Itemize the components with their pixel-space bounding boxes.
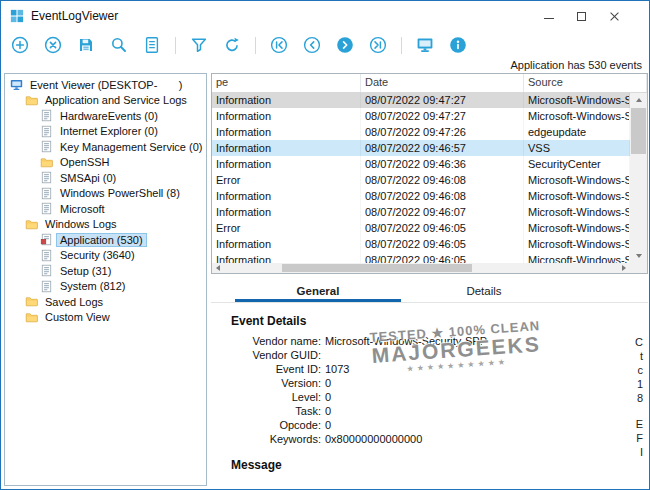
cell-source: Microsoft-Windows-Sec — [524, 252, 630, 263]
event-row[interactable]: Information08/07/2022 09:46:07Microsoft-… — [212, 204, 630, 220]
close-button[interactable] — [598, 1, 631, 31]
detail-field: Keywords:0x80000000000000 — [231, 432, 648, 446]
folder-icon — [40, 156, 53, 169]
event-row[interactable]: Information08/07/2022 09:47:26edgeupdate — [212, 124, 630, 140]
tree-item[interactable]: Microsoft — [5, 201, 206, 217]
log-icon — [40, 125, 53, 138]
add-icon[interactable] — [10, 35, 30, 55]
detail-field-label: Version: — [231, 376, 321, 390]
cell-date: 08/07/2022 09:47:27 — [361, 108, 524, 124]
scroll-left-icon[interactable] — [212, 263, 224, 273]
save-icon[interactable] — [76, 35, 96, 55]
event-row[interactable]: Information08/07/2022 09:46:05Microsoft-… — [212, 252, 630, 263]
search-icon[interactable] — [109, 35, 129, 55]
detail-field-label: Vendor GUID: — [231, 348, 321, 362]
status-text: Application has 530 events — [511, 59, 642, 71]
detail-field: Vendor GUID: — [231, 348, 648, 362]
event-row[interactable]: Information08/07/2022 09:46:57VSS — [212, 140, 630, 156]
scroll-down-icon[interactable] — [630, 248, 647, 263]
tab-details[interactable]: Details — [401, 282, 567, 302]
toolbar-separator — [401, 37, 402, 54]
tree-item[interactable]: Security (3640) — [5, 248, 206, 264]
clear-icon[interactable] — [43, 35, 63, 55]
vertical-scrollbar[interactable] — [630, 92, 647, 263]
tree-item-label: System (812) — [57, 280, 128, 292]
detail-field-value: 0 — [325, 376, 331, 390]
tree-item[interactable]: System (812) — [5, 279, 206, 295]
detail-field: Version:0 — [231, 376, 648, 390]
tree-item-label: OpenSSH — [57, 156, 113, 168]
first-icon[interactable] — [269, 35, 289, 55]
minimize-button[interactable] — [532, 1, 565, 31]
detail-field-label: Keywords: — [231, 432, 321, 446]
last-icon[interactable] — [368, 35, 388, 55]
tree-item[interactable]: Saved Logs — [5, 294, 206, 310]
monitor-icon[interactable] — [415, 35, 435, 55]
cell-type: Error — [212, 220, 361, 236]
tree-item-label: Windows Logs — [42, 218, 120, 230]
clipped-text: 8 — [637, 392, 643, 404]
cell-date: 08/07/2022 09:46:08 — [361, 172, 524, 188]
event-row[interactable]: Error08/07/2022 09:46:08Microsoft-Window… — [212, 172, 630, 188]
cell-date: 08/07/2022 09:46:57 — [361, 140, 524, 156]
tree-item[interactable]: Event Viewer (DESKTOP- ) — [5, 77, 206, 93]
window-controls — [532, 1, 631, 31]
filter-icon[interactable] — [189, 35, 209, 55]
event-row[interactable]: Information08/07/2022 09:47:27Microsoft-… — [212, 108, 630, 124]
message-heading: Message — [231, 458, 648, 472]
event-details-heading: Event Details — [231, 314, 648, 328]
column-header[interactable]: Source — [524, 74, 647, 92]
cell-date: 08/07/2022 09:46:08 — [361, 188, 524, 204]
tree-item[interactable]: Setup (31) — [5, 263, 206, 279]
scroll-right-icon[interactable] — [618, 263, 630, 273]
cell-type: Information — [212, 108, 361, 124]
vertical-scroll-thumb[interactable] — [631, 108, 646, 154]
column-header[interactable]: pe — [212, 74, 361, 92]
detail-field-value: 1073 — [325, 362, 349, 376]
titlebar[interactable]: EventLogViewer — [1, 1, 649, 31]
cell-source: VSS — [524, 140, 630, 156]
tree-item[interactable]: Custom View — [5, 310, 206, 326]
clipped-text-fragments: Ctc18EFI — [631, 282, 643, 486]
tree-item[interactable]: Windows PowerShell (8) — [5, 186, 206, 202]
cell-source: Microsoft-Windows-Sec — [524, 108, 630, 124]
event-row[interactable]: Information08/07/2022 09:46:36SecurityCe… — [212, 156, 630, 172]
tree-item[interactable]: SMSApi (0) — [5, 170, 206, 186]
detail-field: Task:0 — [231, 404, 648, 418]
column-header[interactable]: Date — [361, 74, 524, 92]
cell-source: edgeupdate — [524, 124, 630, 140]
event-row[interactable]: Information08/07/2022 09:46:05Microsoft-… — [212, 236, 630, 252]
tree-item[interactable]: Windows Logs — [5, 217, 206, 233]
cell-date: 08/07/2022 09:47:27 — [361, 92, 524, 108]
horizontal-scrollbar[interactable] — [212, 263, 630, 273]
details-panel: General Details Event Details Vendor nam… — [211, 282, 648, 486]
event-row[interactable]: Information08/07/2022 09:47:27Microsoft-… — [212, 92, 630, 108]
tree-item[interactable]: Application and Service Logs — [5, 93, 206, 109]
next-icon[interactable] — [335, 35, 355, 55]
tab-general[interactable]: General — [235, 282, 401, 302]
tree-item-label: Security (3640) — [57, 249, 138, 261]
tree-item[interactable]: HardwareEvents (0) — [5, 108, 206, 124]
detail-field-label: Opcode: — [231, 418, 321, 432]
tree-item-label: Windows PowerShell (8) — [57, 187, 183, 199]
tree-item[interactable]: OpenSSH — [5, 155, 206, 171]
refresh-icon[interactable] — [222, 35, 242, 55]
detail-field-label: Event ID: — [231, 362, 321, 376]
cell-date: 08/07/2022 09:46:05 — [361, 220, 524, 236]
tree-item-label: SMSApi (0) — [57, 172, 119, 184]
previous-icon[interactable] — [302, 35, 322, 55]
tree-item[interactable]: Internet Explorer (0) — [5, 124, 206, 140]
tree-item-label: Application (530) — [57, 234, 146, 246]
tree-item[interactable]: Key Management Service (0) — [5, 139, 206, 155]
scroll-up-icon[interactable] — [630, 92, 647, 107]
horizontal-scroll-thumb[interactable] — [282, 264, 472, 272]
folder-icon — [25, 311, 38, 324]
detail-field-value: 0 — [325, 418, 331, 432]
event-row[interactable]: Error08/07/2022 09:46:05Microsoft-Window… — [212, 220, 630, 236]
tree-item[interactable]: Application (530) — [5, 232, 206, 248]
cell-date: 08/07/2022 09:46:36 — [361, 156, 524, 172]
maximize-button[interactable] — [565, 1, 598, 31]
event-row[interactable]: Information08/07/2022 09:46:08Microsoft-… — [212, 188, 630, 204]
info-icon[interactable] — [448, 35, 468, 55]
report-icon[interactable] — [142, 35, 162, 55]
